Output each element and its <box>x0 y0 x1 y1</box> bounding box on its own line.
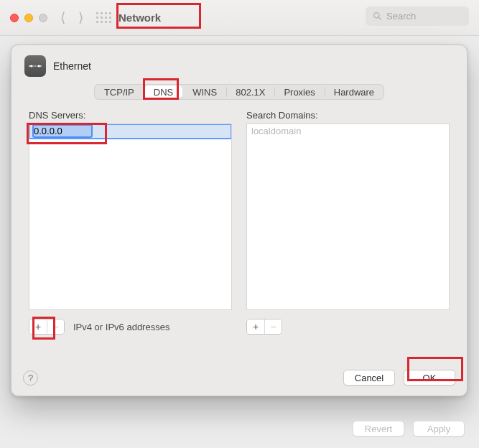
search-icon <box>373 11 382 21</box>
tab-dns[interactable]: DNS <box>144 85 182 98</box>
svg-point-5 <box>33 65 34 67</box>
search-domain-placeholder: localdomain <box>247 124 449 139</box>
window-title: Network <box>118 11 161 24</box>
domain-remove-button: − <box>264 319 282 334</box>
search-domains-list[interactable]: localdomain <box>246 123 450 310</box>
search-domains-label: Search Domains: <box>246 110 450 121</box>
window-controls <box>10 14 47 22</box>
tab-bar: TCP/IP DNS WINS 802.1X Proxies Hardware <box>94 84 384 100</box>
dns-remove-button: − <box>47 319 64 334</box>
search-domains-column: Search Domains: localdomain + − <box>246 108 450 335</box>
interface-name: Ethernet <box>53 60 91 72</box>
tab-hardware[interactable]: Hardware <box>325 85 383 99</box>
ok-button[interactable]: OK <box>404 370 455 386</box>
dns-servers-column: DNS Servers: + − IPv4 or IPv6 addresses <box>29 108 232 335</box>
dns-server-row-editing[interactable] <box>29 124 231 139</box>
nav-arrows: ⟨ ⟩ <box>60 11 83 24</box>
minimize-window-button[interactable] <box>24 14 33 22</box>
dns-servers-list[interactable] <box>29 123 232 310</box>
dns-add-button[interactable]: + <box>29 319 47 334</box>
dns-add-remove: + − <box>29 319 65 335</box>
zoom-window-button <box>39 14 47 22</box>
forward-button: ⟩ <box>78 11 83 24</box>
revert-button: Revert <box>353 421 404 437</box>
svg-point-3 <box>37 65 39 67</box>
advanced-sheet: Ethernet TCP/IP DNS WINS 802.1X Proxies … <box>11 45 468 396</box>
tab-8021x[interactable]: 802.1X <box>226 85 274 99</box>
tab-wins[interactable]: WINS <box>183 85 226 99</box>
svg-point-2 <box>30 65 32 67</box>
cancel-button[interactable]: Cancel <box>343 370 395 386</box>
help-button[interactable]: ? <box>23 370 38 386</box>
svg-point-6 <box>37 65 38 67</box>
titlebar: ⟨ ⟩ Network Search <box>0 0 479 36</box>
back-button[interactable]: ⟨ <box>60 11 65 24</box>
apps-grid-icon[interactable] <box>96 12 111 23</box>
dns-server-input[interactable] <box>34 126 91 136</box>
ethernet-icon <box>24 55 46 77</box>
close-window-button[interactable] <box>10 14 19 22</box>
search-placeholder: Search <box>386 11 416 22</box>
dns-servers-label: DNS Servers: <box>29 110 232 121</box>
title-cluster: Network <box>96 11 161 24</box>
apply-button: Apply <box>413 421 465 437</box>
tab-proxies[interactable]: Proxies <box>274 85 324 99</box>
background-buttons: Revert Apply <box>353 421 465 437</box>
svg-line-1 <box>378 17 381 19</box>
domain-add-remove: + − <box>246 319 282 335</box>
search-field[interactable]: Search <box>366 6 469 26</box>
domain-add-button[interactable]: + <box>247 319 264 334</box>
tab-tcpip[interactable]: TCP/IP <box>95 85 144 99</box>
dns-hint: IPv4 or IPv6 addresses <box>73 322 169 332</box>
svg-point-4 <box>34 65 36 67</box>
